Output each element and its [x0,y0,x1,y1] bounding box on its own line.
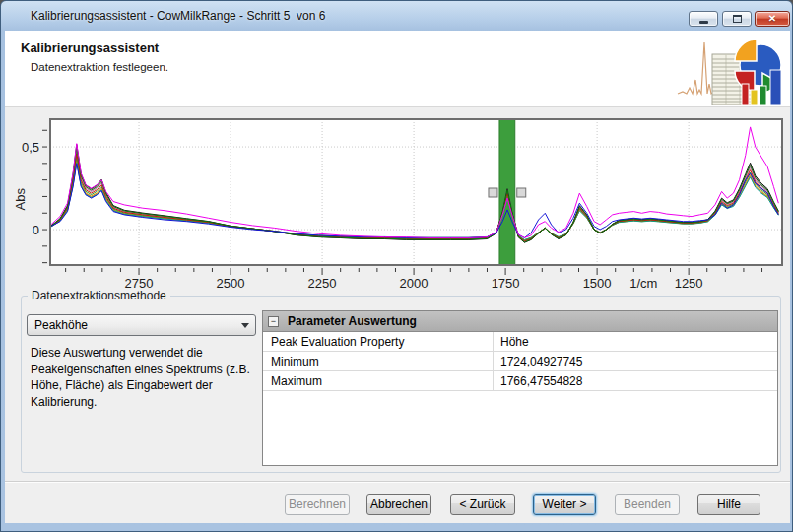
zurueck-button[interactable]: < Zurück [450,494,515,515]
wizard-step-title: Kalibrierungsassistent [21,40,159,55]
param-value[interactable]: Höhe [494,335,529,349]
abbrechen-button[interactable]: Abbrechen [366,494,431,515]
spectra-chart[interactable]: 27502500225020001750150012501/cm0,50Abs [9,116,784,294]
y-tick-label: 0 [33,223,39,237]
table-row[interactable]: Peak Evaluation Property Höhe [263,332,777,352]
close-icon: ✕ [768,12,776,26]
description-line: Kalibrierung. [31,394,262,411]
param-value[interactable]: 1766,47554828 [494,374,582,388]
parameter-panel-title: Parameter Auswertung [288,314,417,328]
plot-area [50,119,782,265]
x-axis-unit-label: 1/cm [629,276,657,291]
dropdown-selected-value: Peakhöhe [28,318,235,332]
param-label: Peak Evaluation Property [263,332,494,351]
weiter-button[interactable]: Weiter > [533,494,596,515]
minimize-icon [699,21,708,24]
wizard-window: Kalibrierungsassistent - CowMilkRange - … [0,0,793,532]
param-value[interactable]: 1724,04927745 [494,355,582,368]
selection-handle-left[interactable] [489,188,497,197]
param-label: Maximum [263,371,494,390]
y-axis-label: Abs [13,188,28,211]
method-description: Diese Auswertung verwendet die Peakeigen… [31,345,262,410]
table-row[interactable]: Minimum 1724,04927745 [263,352,777,371]
description-line: Peakeigenschaften eines Spektrums (z.B. [31,362,262,378]
banner-band-3 [186,31,289,106]
beenden-button: Beenden [615,494,680,515]
param-label: Minimum [263,352,494,370]
x-tick-label: 1750 [492,276,520,291]
selection-handle-right[interactable] [517,188,526,197]
parameter-panel: − Parameter Auswertung Peak Evaluation P… [262,310,778,466]
wizard-header-banner: Kalibrierungsassistent Datenextraktion f… [5,31,790,107]
extraction-method-dropdown[interactable]: Peakhöhe [27,314,256,336]
table-row[interactable]: Maximum 1766,47554828 [263,371,777,391]
minimize-button[interactable] [689,11,718,27]
description-line: Höhe, Fläche) als Eingabewert der [31,377,262,394]
footer-divider [5,481,790,483]
wizard-art-graphic [677,33,787,105]
berechnen-button: Berechnen [285,494,350,515]
collapse-icon[interactable]: − [268,316,279,327]
x-tick-label: 1500 [583,276,612,291]
titlebar[interactable]: Kalibrierungsassistent - CowMilkRange - … [1,1,792,31]
close-button[interactable]: ✕ [755,11,790,27]
maximize-icon [733,15,742,23]
x-tick-label: 2500 [217,276,245,291]
hilfe-button[interactable]: Hilfe [697,494,760,515]
window-title: Kalibrierungsassistent - CowMilkRange - … [31,9,325,23]
groupbox-label: Datenextraktionsmethode [28,289,170,302]
dropdown-arrow-icon[interactable] [235,323,255,328]
x-tick-label: 2000 [400,276,429,291]
description-line: Diese Auswertung verwendet die [31,345,262,362]
wizard-step-subtitle: Datenextraktion festlegeen. [31,61,168,73]
maximize-button[interactable] [722,11,752,27]
y-tick-label: 0,5 [22,140,39,155]
x-tick-label: 1250 [675,276,703,291]
parameter-panel-header: − Parameter Auswertung [263,311,777,332]
x-tick-label: 2250 [308,276,337,291]
